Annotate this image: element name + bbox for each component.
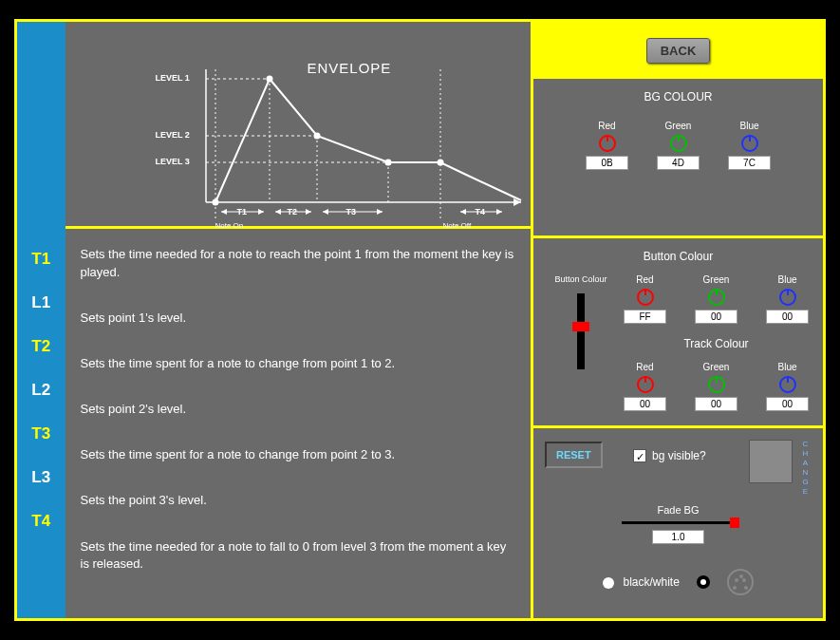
rail-t1: T1 <box>31 250 50 269</box>
bg-visible-label: bg visible? <box>652 449 706 462</box>
trk-blue-label: Blue <box>761 362 813 372</box>
desc-t1: Sets the time needed for a note to reach… <box>81 246 516 280</box>
svg-marker-24 <box>323 209 328 215</box>
desc-l3: Sets the point 3's level. <box>81 492 516 509</box>
fade-bg-value[interactable]: 1.0 <box>652 530 704 544</box>
back-button[interactable]: BACK <box>646 38 711 64</box>
diagram-note-on: Note On <box>215 221 244 230</box>
trk-red-knob[interactable] <box>637 376 654 393</box>
diagram-level3: LEVEL 3 <box>156 157 190 166</box>
header-bar: BACK <box>533 22 823 79</box>
bw-label: black/white <box>623 575 679 589</box>
rail-l3: L3 <box>31 468 50 487</box>
bg-colour-panel: BG COLOUR Red 0B Green 4D Blue 7C <box>533 79 823 238</box>
diagram-level1: LEVEL 1 <box>156 73 190 83</box>
bg-red-knob[interactable] <box>599 135 616 152</box>
bg-green-knob[interactable] <box>670 135 687 152</box>
trk-red-value[interactable]: 00 <box>624 397 666 411</box>
btn-green-knob[interactable] <box>708 289 725 306</box>
btn-red-knob[interactable] <box>637 289 654 306</box>
button-track-panel: Button Colour Button Colour Red FF <box>533 238 823 428</box>
left-rail: T1 L1 T2 L2 T3 L3 T4 <box>17 22 65 618</box>
btn-red-label: Red <box>619 274 671 285</box>
fade-bg-slider-thumb[interactable] <box>730 518 739 528</box>
bg-red-label: Red <box>581 121 633 131</box>
svg-marker-18 <box>221 209 227 215</box>
midi-port-icon <box>727 569 754 595</box>
bg-green-value[interactable]: 4D <box>657 156 700 170</box>
diagram-level2: LEVEL 2 <box>156 130 190 140</box>
descriptions-panel: Sets the time needed for a note to reach… <box>65 229 532 618</box>
desc-t2: Sets the time spent for a note to change… <box>81 355 516 372</box>
button-colour-slider-label: Button Colour <box>543 274 619 284</box>
rail-l2: L2 <box>31 381 50 400</box>
trk-blue-knob[interactable] <box>779 376 796 393</box>
bg-red-value[interactable]: 0B <box>586 156 628 170</box>
diagram-t1: T1 <box>237 207 248 216</box>
diagram-t3: T3 <box>346 207 357 216</box>
svg-marker-26 <box>496 209 502 215</box>
fade-bg-label: Fade BG <box>533 504 823 516</box>
desc-t3: Sets the time spent for a note to change… <box>81 446 516 463</box>
svg-marker-17 <box>258 209 264 215</box>
btn-blue-value[interactable]: 00 <box>766 310 809 324</box>
desc-l1: Sets point 1's level. <box>81 310 516 327</box>
btn-red-value[interactable]: FF <box>624 310 666 324</box>
diagram-note-off: Note Off <box>443 221 472 230</box>
bw-radio[interactable] <box>603 577 614 589</box>
bottom-panel: RESET ✓ bg visible? CHANGE Fade BG 1.0 b… <box>533 428 823 618</box>
svg-marker-20 <box>306 209 311 215</box>
trk-blue-value[interactable]: 00 <box>766 397 809 411</box>
svg-point-12 <box>266 76 272 83</box>
bg-blue-value[interactable]: 7C <box>728 156 771 170</box>
track-colour-title: Track Colour <box>619 337 813 350</box>
midi-radio[interactable] <box>697 575 710 589</box>
rail-l1: L1 <box>31 293 50 312</box>
svg-marker-23 <box>377 209 383 215</box>
diagram-t4: T4 <box>476 207 486 216</box>
svg-marker-27 <box>460 209 466 215</box>
fade-bg-slider[interactable] <box>622 521 736 524</box>
desc-t4: Sets the time needed for a note to fall … <box>81 538 516 573</box>
trk-green-value[interactable]: 00 <box>695 397 737 411</box>
bg-colour-title: BG COLOUR <box>533 90 823 104</box>
change-label[interactable]: CHANGE <box>801 440 810 497</box>
rail-t2: T2 <box>31 337 50 356</box>
svg-point-15 <box>437 160 443 166</box>
desc-l2: Sets point 2's level. <box>81 401 516 418</box>
bg-blue-knob[interactable] <box>741 135 758 152</box>
trk-green-label: Green <box>690 362 742 372</box>
svg-point-13 <box>313 133 320 140</box>
trk-green-knob[interactable] <box>708 376 725 393</box>
diagram-title: ENVELOPE <box>308 60 392 76</box>
svg-marker-21 <box>275 209 281 215</box>
button-colour-slider[interactable] <box>577 293 585 369</box>
rail-t4: T4 <box>31 512 50 531</box>
svg-point-14 <box>384 160 391 166</box>
button-colour-slider-thumb[interactable] <box>572 322 589 331</box>
svg-point-11 <box>212 199 218 206</box>
bg-blue-label: Blue <box>723 121 775 131</box>
btn-green-label: Green <box>690 274 742 285</box>
rail-t3: T3 <box>31 424 50 443</box>
bg-visible-checkbox[interactable]: ✓ <box>633 449 646 462</box>
btn-green-value[interactable]: 00 <box>695 310 737 324</box>
envelope-diagram: ENVELOPE LEVEL 1 LEVEL 2 LEVEL 3 T1 T2 T… <box>65 22 532 229</box>
btn-blue-knob[interactable] <box>779 289 796 306</box>
trk-red-label: Red <box>619 362 671 372</box>
colour-swatch[interactable] <box>749 440 793 483</box>
diagram-t2: T2 <box>288 207 298 216</box>
button-colour-title: Button Colour <box>543 250 813 263</box>
reset-button[interactable]: RESET <box>545 442 603 468</box>
btn-blue-label: Blue <box>761 274 813 285</box>
bg-green-label: Green <box>652 121 704 131</box>
